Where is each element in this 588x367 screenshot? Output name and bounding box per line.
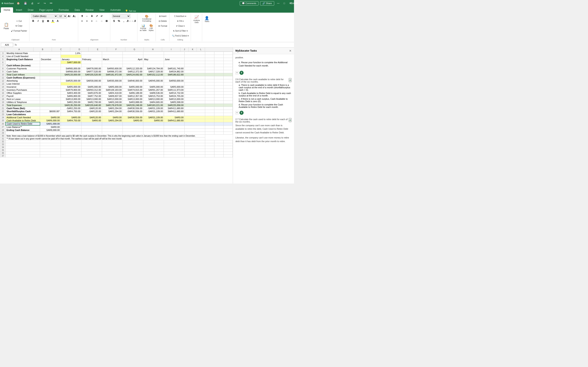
cell[interactable]: Cash Flows (Net):: [6, 107, 40, 110]
cell[interactable]: $6000.00*: [40, 110, 61, 113]
cell[interactable]: -SAR31,109.00: [143, 107, 164, 110]
cell[interactable]: SAR3,294.00: [102, 119, 122, 122]
table-row[interactable]: 6SAR7,000.00: [0, 61, 233, 64]
cell[interactable]: [205, 104, 214, 107]
cell[interactable]: [6, 61, 40, 64]
cell[interactable]: [6, 143, 40, 146]
cell[interactable]: [61, 146, 81, 149]
cell[interactable]: [81, 125, 102, 129]
row-number[interactable]: 16: [0, 92, 6, 95]
row-number[interactable]: 34: [0, 146, 6, 149]
cell[interactable]: [102, 146, 122, 149]
cell[interactable]: [102, 140, 122, 143]
cell[interactable]: SAR0.00: [164, 116, 185, 119]
cell[interactable]: 1.6%: [61, 52, 81, 55]
table-row[interactable]: 30Note: there was a loan balance of $100…: [0, 134, 233, 137]
row-number[interactable]: 11: [0, 76, 6, 79]
cell[interactable]: [224, 104, 233, 107]
col-header-g[interactable]: G: [125, 48, 144, 51]
cell[interactable]: [81, 61, 102, 64]
tab-insert[interactable]: Insert: [13, 7, 25, 13]
fill-color-btn[interactable]: A: [51, 19, 55, 23]
cell[interactable]: [143, 82, 164, 85]
cell[interactable]: SAR3,400.00: [61, 92, 81, 95]
row-number[interactable]: 3: [0, 52, 6, 55]
cell[interactable]: [40, 132, 61, 134]
col-header-f[interactable]: F: [107, 48, 125, 51]
cell[interactable]: [40, 113, 61, 116]
find-select-btn[interactable]: 🔍 Find & Select ▾: [171, 33, 190, 38]
cell[interactable]: [143, 52, 164, 55]
cell[interactable]: [61, 64, 81, 67]
cell[interactable]: SAR31,109.00: [143, 116, 164, 119]
cell[interactable]: Loan Calculations: [6, 113, 40, 116]
cell[interactable]: [143, 122, 164, 125]
underline-btn[interactable]: U: [41, 19, 45, 23]
cell[interactable]: [81, 113, 102, 116]
print-btn[interactable]: 🖨: [30, 1, 35, 5]
cell[interactable]: SAR13,000.00: [122, 98, 143, 101]
cell[interactable]: Total Expenses: [6, 104, 40, 107]
cell[interactable]: SAR3,876.00: [81, 92, 102, 95]
cell[interactable]: SAR79,800.00: [61, 89, 81, 92]
cell[interactable]: [224, 64, 233, 67]
cell[interactable]: SAR17,328.00: [143, 70, 164, 73]
cell[interactable]: [224, 85, 233, 89]
cell[interactable]: [102, 82, 122, 85]
row-number[interactable]: 35: [0, 149, 6, 152]
collapse-2-7-btn[interactable]: ∧: [289, 118, 292, 122]
cell[interactable]: SAR6,000.00: [40, 119, 61, 122]
cell[interactable]: SAR225,058.00: [164, 104, 185, 107]
cell[interactable]: [224, 113, 233, 116]
cell[interactable]: [61, 132, 81, 134]
cell[interactable]: [122, 61, 143, 64]
cell[interactable]: [81, 149, 102, 152]
cell[interactable]: [81, 129, 102, 132]
col-header-l[interactable]: L: [197, 48, 205, 51]
cell[interactable]: [122, 52, 143, 55]
cell[interactable]: [122, 113, 143, 116]
cell[interactable]: [214, 55, 224, 58]
cell[interactable]: [185, 52, 205, 55]
cell[interactable]: [81, 132, 102, 134]
sum-btn[interactable]: Σ AutoSum ▾: [171, 14, 190, 18]
cell[interactable]: [61, 129, 81, 132]
cell[interactable]: [40, 79, 61, 82]
table-row[interactable]: 26Cash Used to Retire DebtSAR1,000.00: [0, 122, 233, 125]
cell[interactable]: [122, 143, 143, 146]
cell[interactable]: [185, 85, 205, 89]
cell[interactable]: Customer Payments: [6, 67, 40, 70]
row-number[interactable]: 29: [0, 132, 6, 134]
formula-input[interactable]: [17, 43, 293, 47]
cell[interactable]: [224, 155, 233, 157]
cell[interactable]: [214, 125, 224, 129]
table-row[interactable]: 17PayrollSAR6,800.00SAR7,752.00SAR8,837.…: [0, 95, 233, 98]
copy-icon-2-6[interactable]: ⧉: [235, 71, 239, 75]
cell[interactable]: [214, 85, 224, 89]
cell[interactable]: SAR77,520.00: [81, 70, 102, 73]
cell-styles-btn[interactable]: 🎨 CellStyles: [148, 23, 155, 32]
cell[interactable]: Line of Credit Needed: [6, 55, 40, 58]
align-bottom-btn[interactable]: ⬇: [90, 14, 94, 18]
cell[interactable]: [185, 92, 205, 95]
cell[interactable]: [205, 155, 214, 157]
cell[interactable]: Shortfall/Surplus Cash: [6, 110, 40, 113]
cell[interactable]: [214, 82, 224, 85]
cell[interactable]: [214, 146, 224, 149]
home-btn[interactable]: 🏠: [16, 1, 21, 5]
table-row[interactable]: 18Rent or LeaseSAR13,000.00SAR13,000.00S…: [0, 98, 233, 101]
cell[interactable]: [205, 146, 214, 149]
table-row[interactable]: 12AdvertisingSAR25,000.00SAR30,000.00SAR…: [0, 79, 233, 82]
cell[interactable]: [102, 122, 122, 125]
font-shrink-btn[interactable]: A↓: [72, 14, 77, 18]
cell[interactable]: [224, 146, 233, 149]
cell[interactable]: Inventory Purchases: [6, 89, 40, 92]
cell[interactable]: [164, 132, 185, 134]
cell[interactable]: SAR65,000.00: [61, 67, 81, 70]
align-center-btn[interactable]: ≡: [85, 19, 89, 23]
table-row[interactable]: 10Total Cash InflowsSAR133,000.00SAR155,…: [0, 73, 233, 76]
table-row[interactable]: 24Additional Cash NeededSAR0.00SAR0.00SA…: [0, 116, 233, 119]
cell[interactable]: SAR183,221.00: [143, 104, 164, 107]
cell[interactable]: Cash Used to Retire Debt: [6, 122, 40, 125]
cell[interactable]: SAR30,556.00: [122, 116, 143, 119]
